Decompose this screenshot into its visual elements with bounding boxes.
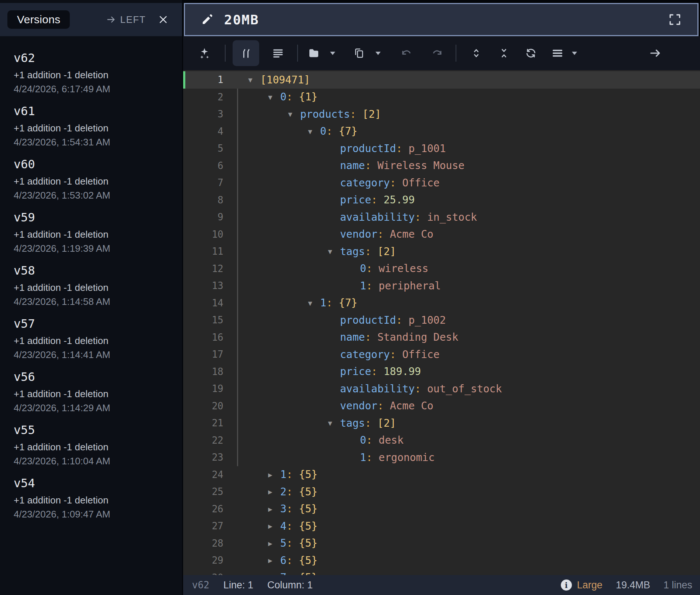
json-value[interactable]: {7} (339, 297, 358, 309)
version-list-item[interactable]: v57 +1 addition -1 deletion 4/23/2026, 1… (14, 317, 151, 370)
json-key[interactable]: 0 (360, 434, 366, 446)
json-key[interactable]: 2 (280, 486, 286, 498)
tree-row[interactable]: 120: wireless (183, 260, 700, 278)
open-folder-icon[interactable] (303, 43, 324, 63)
collapse-arrow-icon[interactable]: ▼ (324, 415, 336, 432)
json-value[interactable]: {5} (299, 571, 318, 575)
json-value[interactable]: p_1002 (408, 314, 446, 326)
versions-tab[interactable]: Versions (7, 10, 70, 29)
json-key[interactable]: category (340, 177, 390, 189)
expand-arrow-icon[interactable]: ▶ (264, 466, 277, 484)
json-key[interactable]: price (340, 365, 371, 378)
json-value[interactable]: {5} (299, 520, 318, 532)
json-key[interactable]: availability (340, 383, 415, 395)
json-value[interactable]: peripheral (379, 280, 441, 292)
version-list-item[interactable]: v54 +1 addition -1 deletion 4/23/2026, 1… (14, 476, 151, 529)
json-value[interactable]: desk (379, 434, 404, 446)
menu-caret-icon[interactable] (570, 43, 579, 63)
json-value[interactable]: Acme Co (390, 400, 433, 412)
json-value[interactable]: {5} (299, 537, 318, 549)
json-key[interactable]: 0 (320, 125, 326, 137)
tree-row[interactable]: 10vendor: Acme Co (183, 226, 700, 243)
json-value[interactable]: in_stock (427, 211, 477, 223)
json-value[interactable]: {5} (299, 554, 318, 567)
version-list-item[interactable]: v60 +1 addition -1 deletion 4/23/2026, 1… (14, 157, 151, 210)
tree-row[interactable]: 19availability: out_of_stock (183, 380, 700, 398)
json-value[interactable]: [2] (377, 245, 396, 258)
redo-icon[interactable] (427, 43, 447, 63)
json-key[interactable]: 1 (360, 451, 366, 464)
undo-icon[interactable] (396, 43, 417, 63)
tree-row[interactable]: 14▼1: {7} (183, 295, 700, 312)
collapse-arrow-icon[interactable]: ▼ (304, 295, 316, 312)
tree-mode-button[interactable] (233, 40, 259, 66)
json-key[interactable]: tags (340, 417, 365, 429)
tree-row[interactable]: 27▶4: {5} (183, 517, 700, 535)
dock-left-button[interactable]: LEFT (106, 14, 146, 25)
expand-arrow-icon[interactable]: ▶ (264, 569, 277, 575)
tree-row[interactable]: 11▼tags: [2] (183, 243, 700, 260)
expand-arrow-icon[interactable]: ▶ (264, 552, 277, 569)
tree-row[interactable]: 1▼[109471] (183, 71, 700, 89)
expand-arrow-icon[interactable]: ▶ (264, 535, 277, 552)
json-key[interactable]: price (340, 194, 371, 206)
version-list-item[interactable]: v55 +1 addition -1 deletion 4/23/2026, 1… (14, 423, 151, 476)
tree-row[interactable]: 131: peripheral (183, 277, 700, 295)
json-value[interactable]: p_1001 (408, 142, 446, 155)
close-icon[interactable] (158, 14, 169, 25)
json-key[interactable]: 3 (280, 503, 286, 515)
tree-row[interactable]: 8price: 25.99 (183, 192, 700, 209)
tree-row[interactable]: 15productId: p_1002 (183, 312, 700, 329)
version-list-item[interactable]: v62 +1 addition -1 deletion 4/24/2026, 6… (14, 51, 151, 104)
tree-row[interactable]: 4▼0: {7} (183, 123, 700, 140)
tree-row[interactable]: 25▶2: {5} (183, 483, 700, 501)
tree-row[interactable]: 231: ergonomic (183, 449, 700, 466)
tree-row[interactable]: 30▶7: {5} (183, 569, 700, 575)
json-value[interactable]: ergonomic (379, 451, 435, 464)
json-key[interactable]: availability (340, 211, 415, 223)
expand-arrow-icon[interactable]: ▶ (264, 483, 277, 501)
copy-menu-caret-icon[interactable] (373, 43, 383, 63)
json-value[interactable]: [109471] (260, 74, 310, 86)
json-value[interactable]: wireless (379, 262, 429, 275)
json-key[interactable]: productId (340, 314, 396, 326)
json-key[interactable]: 5 (280, 537, 286, 549)
json-value[interactable]: Office (402, 177, 440, 189)
tree-row[interactable]: 29▶6: {5} (183, 552, 700, 569)
json-key[interactable]: 6 (280, 554, 286, 567)
json-key[interactable]: 1 (360, 280, 366, 292)
tree-row[interactable]: 7category: Office (183, 174, 700, 192)
version-list-item[interactable]: v61 +1 addition -1 deletion 4/23/2026, 1… (14, 104, 151, 157)
json-value[interactable]: 189.99 (384, 365, 421, 378)
json-key[interactable]: tags (340, 245, 365, 258)
tree-row[interactable]: 3▼products: [2] (183, 106, 700, 123)
tree-row[interactable]: 21▼tags: [2] (183, 415, 700, 432)
json-key[interactable]: name (340, 331, 365, 343)
json-key[interactable]: productId (340, 142, 396, 155)
json-value[interactable]: Acme Co (390, 228, 433, 240)
json-key[interactable]: 1 (280, 468, 286, 481)
refresh-icon[interactable] (521, 43, 541, 63)
collapse-arrow-icon[interactable]: ▼ (244, 71, 257, 89)
json-key[interactable]: vendor (340, 400, 377, 412)
collapse-arrow-icon[interactable]: ▼ (264, 89, 277, 106)
tree-row[interactable]: 17category: Office (183, 346, 700, 363)
tree-row[interactable]: 26▶3: {5} (183, 501, 700, 518)
json-value[interactable]: [2] (377, 417, 396, 429)
json-key[interactable]: name (340, 159, 365, 172)
json-key[interactable]: vendor (340, 228, 377, 240)
json-value[interactable]: {5} (299, 486, 318, 498)
tree-row[interactable]: 2▼0: {1} (183, 89, 700, 106)
tree-row[interactable]: 28▶5: {5} (183, 535, 700, 552)
json-key[interactable]: 7 (280, 571, 286, 575)
json-key[interactable]: 0 (280, 91, 286, 103)
json-value[interactable]: 25.99 (384, 194, 415, 206)
arrow-right-panel-icon[interactable] (645, 43, 666, 63)
expand-arrow-icon[interactable]: ▶ (264, 517, 277, 535)
json-value[interactable]: Standing Desk (377, 331, 458, 343)
tree-row[interactable]: 9availability: in_stock (183, 209, 700, 226)
collapse-all-icon[interactable] (494, 43, 514, 63)
collapse-arrow-icon[interactable]: ▼ (324, 243, 336, 260)
version-list-item[interactable]: v59 +1 addition -1 deletion 4/23/2026, 1… (14, 210, 151, 264)
json-value[interactable]: Wireless Mouse (377, 159, 464, 172)
